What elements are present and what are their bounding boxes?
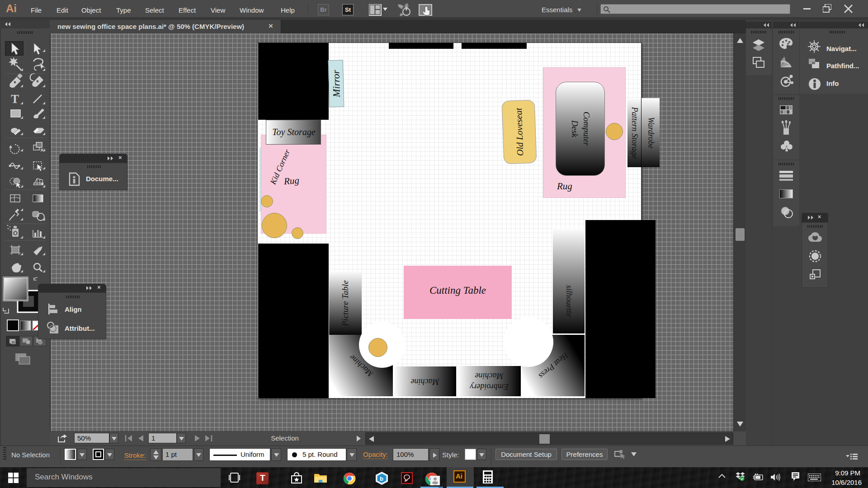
- svg-text:T: T: [11, 92, 19, 106]
- svg-text:b: b: [380, 475, 383, 482]
